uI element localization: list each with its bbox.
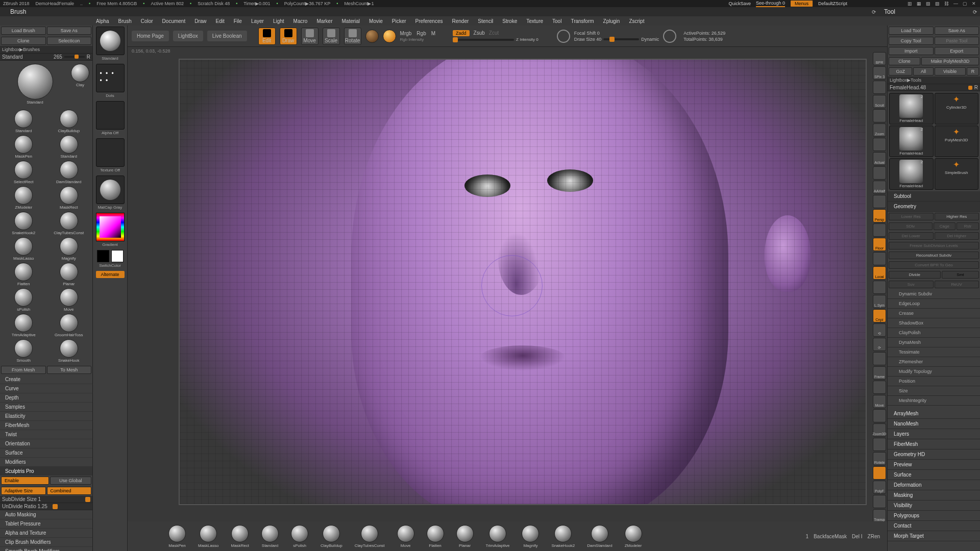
menu-macro[interactable]: Macro bbox=[289, 17, 312, 25]
item-polygroups[interactable]: Polygroups bbox=[888, 511, 980, 521]
smt-button[interactable]: Smt bbox=[942, 271, 979, 279]
menus-toggle[interactable]: Menus bbox=[790, 0, 813, 7]
tool-simplebrush-5[interactable]: ✦SimpleBrush bbox=[935, 158, 979, 190]
brush-magnify[interactable]: Magnify bbox=[46, 236, 92, 262]
backface-mask[interactable]: BackfaceMask bbox=[814, 534, 847, 539]
chain-icon[interactable]: ⛓ bbox=[944, 1, 949, 6]
size-dial-icon[interactable] bbox=[663, 30, 676, 43]
tool-femalehead-4[interactable]: 2FemaleHead bbox=[889, 158, 934, 190]
load-tool-button[interactable]: Load Tool bbox=[889, 27, 934, 35]
menu-texture[interactable]: Texture bbox=[522, 17, 547, 25]
rail-local[interactable]: Local bbox=[873, 266, 886, 280]
menu-stroke[interactable]: Stroke bbox=[498, 17, 521, 25]
item-clip-brush-modifiers[interactable]: Clip Brush Modifiers bbox=[0, 538, 92, 547]
live-boolean-button[interactable]: Live Boolean bbox=[207, 31, 247, 41]
rgb-button[interactable]: Rgb bbox=[416, 31, 426, 36]
focal-dial-icon[interactable] bbox=[557, 30, 570, 43]
combined-button[interactable]: Combined bbox=[47, 487, 92, 495]
rail-scroll[interactable]: Scroll bbox=[873, 95, 886, 108]
layout-2-icon[interactable]: ▦ bbox=[917, 1, 922, 6]
item-shadowbox[interactable]: ShadowBox bbox=[888, 318, 980, 328]
reload-icon[interactable]: ⟳ bbox=[973, 9, 977, 15]
item-orientation[interactable]: Orientation bbox=[0, 439, 92, 448]
brush-maskrect[interactable]: MaskRect bbox=[46, 185, 92, 211]
rail-slot29[interactable] bbox=[873, 466, 886, 480]
rail-slot14[interactable] bbox=[873, 252, 886, 265]
rail-⟲[interactable]: ⟲ bbox=[873, 323, 886, 337]
item-visibility[interactable]: Visibility bbox=[888, 500, 980, 511]
lightbox-tools[interactable]: Lightbox▶Tools bbox=[888, 77, 980, 84]
rotate-button[interactable]: Rotate bbox=[344, 28, 361, 45]
item-surface[interactable]: Surface bbox=[0, 448, 92, 458]
brush-groomhairtoss[interactable]: GroomHairToss bbox=[46, 313, 92, 338]
paste-tool-button[interactable]: Paste Tool bbox=[935, 37, 979, 45]
menu-alpha[interactable]: Alpha bbox=[92, 17, 113, 25]
rail-zoom3d[interactable]: Zoom3D bbox=[873, 423, 886, 437]
adaptive-size-button[interactable]: Adaptive Size bbox=[1, 487, 46, 495]
home-page-button[interactable]: Home Page bbox=[132, 31, 169, 41]
rail-floor[interactable]: Floor bbox=[873, 238, 886, 251]
shelf-magnify[interactable]: Magnify bbox=[522, 525, 539, 548]
swatch-black[interactable] bbox=[97, 250, 109, 262]
brush-maskpen[interactable]: MaskPen bbox=[1, 134, 46, 160]
menu-document[interactable]: Document bbox=[158, 17, 190, 25]
shelf-snakehook2[interactable]: SnakeHook2 bbox=[551, 525, 575, 548]
menu-layer[interactable]: Layer bbox=[247, 17, 268, 25]
item-fibermesh[interactable]: FiberMesh bbox=[888, 439, 980, 449]
brush-spolish[interactable]: sPolish bbox=[1, 287, 46, 313]
item-auto-masking[interactable]: Auto Masking bbox=[0, 510, 92, 519]
visible-button[interactable]: Visible bbox=[935, 67, 966, 76]
undivide-slider[interactable]: UnDivide Ratio 1.25 bbox=[0, 503, 92, 510]
color-picker[interactable] bbox=[96, 213, 125, 241]
rail-l.sym[interactable]: L.Sym bbox=[873, 295, 886, 308]
to-mesh-button[interactable]: To Mesh bbox=[47, 366, 92, 374]
brush-standard[interactable]: Standard bbox=[1, 109, 46, 134]
texture-slot[interactable] bbox=[96, 138, 125, 167]
save-as-tool-button[interactable]: Save As bbox=[935, 27, 979, 35]
brush-snakehook[interactable]: SnakeHook bbox=[46, 338, 92, 364]
item-masking[interactable]: Masking bbox=[888, 490, 980, 500]
default-zscript[interactable]: DefaultZScript bbox=[818, 1, 847, 6]
rail-slot4[interactable] bbox=[873, 109, 886, 122]
menu-tool[interactable]: Tool bbox=[548, 17, 566, 25]
import-button[interactable]: Import bbox=[889, 47, 934, 55]
scale-button[interactable]: Scale bbox=[323, 28, 340, 45]
item-deformation[interactable]: Deformation bbox=[888, 480, 980, 490]
menu-marker[interactable]: Marker bbox=[312, 17, 336, 25]
rail-actual[interactable]: Actual bbox=[873, 152, 886, 165]
shelf-maskpen[interactable]: MaskPen bbox=[168, 525, 186, 548]
item-fibermesh[interactable]: FiberMesh bbox=[0, 421, 92, 430]
all-button[interactable]: All bbox=[913, 67, 933, 76]
stroke-slot[interactable] bbox=[96, 27, 125, 55]
item-dynamic-subdiv[interactable]: Dynamic Subdiv bbox=[888, 289, 980, 299]
rail-zoom[interactable]: Zoom bbox=[873, 123, 886, 137]
dots-slot[interactable] bbox=[96, 64, 125, 92]
menu-transform[interactable]: Transform bbox=[567, 17, 598, 25]
menu-stencil[interactable]: Stencil bbox=[474, 17, 497, 25]
shelf-zmodeler[interactable]: ZModeler bbox=[625, 525, 642, 548]
item-depth[interactable]: Depth bbox=[0, 393, 92, 403]
menu-file[interactable]: File bbox=[230, 17, 246, 25]
zcut-button[interactable]: Zcut bbox=[489, 30, 499, 36]
reload-icon[interactable]: ⟳ bbox=[872, 9, 876, 15]
brush-claytubesconst[interactable]: ClayTubesConst bbox=[46, 211, 92, 236]
copy-tool-button[interactable]: Copy Tool bbox=[889, 37, 934, 45]
rail-move[interactable]: Move bbox=[873, 395, 886, 408]
minimize-icon[interactable]: — bbox=[953, 1, 959, 6]
brush-flatten[interactable]: Flatten bbox=[1, 262, 46, 287]
zsub-button[interactable]: Zsub bbox=[474, 30, 485, 36]
layout-4-icon[interactable]: ▨ bbox=[935, 1, 940, 6]
select-icon-button[interactable]: SelectIcon bbox=[47, 37, 92, 45]
rail-slot12[interactable] bbox=[873, 223, 886, 237]
reconstruct-button[interactable]: Reconstruct Subdiv bbox=[889, 252, 979, 259]
rail-slot31[interactable] bbox=[873, 495, 886, 508]
sphere-a-icon[interactable] bbox=[365, 30, 379, 43]
tool-slider[interactable]: FemaleHead.48 R bbox=[888, 84, 980, 91]
item-smooth-brush-modifiers[interactable]: Smooth Brush Modifiers bbox=[0, 547, 92, 551]
draw-button[interactable]: Draw bbox=[280, 28, 297, 45]
item-dynamesh[interactable]: DynaMesh bbox=[888, 338, 980, 347]
rail-slot6[interactable] bbox=[873, 138, 886, 151]
lower-res-button[interactable]: Lower Res bbox=[889, 213, 934, 220]
brush-zmodeler[interactable]: ZModeler bbox=[1, 185, 46, 211]
current-brush-thumb[interactable] bbox=[17, 64, 53, 99]
